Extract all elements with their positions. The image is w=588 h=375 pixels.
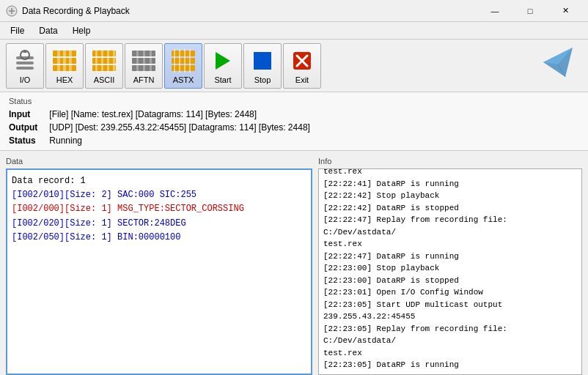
info-line: 239.255.43.22:45455 [323, 311, 577, 323]
info-line: [22:23:05] Replay from recording file: C… [323, 323, 577, 347]
toolbar-hex-label: HEX [56, 75, 73, 84]
status-section: Status Input [File] [Name: test.rex] [Da… [0, 92, 588, 151]
status-input-value: [File] [Name: test.rex] [Datagrams: 114]… [49, 109, 257, 119]
info-line: [22:23:01] Open I/O Config Window [323, 286, 577, 299]
svg-rect-24 [143, 49, 145, 73]
status-status-value: Running [49, 135, 82, 146]
svg-rect-25 [150, 49, 152, 73]
info-line: [22:22:47] Replay from recording file: C… [323, 214, 577, 238]
menu-data[interactable]: Data [32, 24, 65, 37]
stop-icon [249, 48, 276, 74]
info-line: [22:23:00] Stop playback [323, 262, 577, 275]
status-status-line: Status Running [9, 134, 579, 147]
maximize-button[interactable]: □ [513, 0, 547, 22]
toolbar-io-label: I/O [20, 75, 31, 84]
ascii-icon [91, 48, 117, 74]
aftn-icon [131, 48, 157, 74]
toolbar: I/O HEX [0, 40, 588, 92]
toolbar-astx-label: ASTX [173, 75, 194, 84]
astx-icon [170, 48, 196, 74]
data-panel: Data Data record: 1 [I002/010][Size: 2] … [6, 157, 312, 375]
menu-bar: File Data Help [0, 22, 588, 40]
data-line-3: [I002/020][Size: 1] SECTOR:248DEG [12, 217, 306, 231]
exit-icon [289, 48, 315, 74]
status-output-line: Output [UDP] [Dest: 239.255.43.22:45455]… [9, 121, 579, 134]
toolbar-stop-label: Stop [254, 75, 271, 84]
toolbar-hex-button[interactable]: HEX [45, 43, 84, 89]
svg-rect-4 [16, 62, 34, 64]
info-panel-title: Info [318, 157, 582, 166]
info-line: test.rex [323, 168, 577, 178]
toolbar-start-button[interactable]: Start [204, 43, 242, 89]
toolbar-io-button[interactable]: I/O [6, 43, 44, 89]
close-button[interactable]: ✕ [548, 0, 582, 22]
toolbar-astx-button[interactable]: ASTX [164, 43, 202, 89]
svg-marker-33 [216, 52, 230, 70]
info-line: [22:22:47] DataRP is running [323, 250, 577, 263]
toolbar-stop-button[interactable]: Stop [243, 43, 282, 89]
data-panel-title: Data [6, 157, 312, 166]
paper-plane-icon [540, 44, 576, 87]
info-line: [22:23:00] DataRP is stopped [323, 275, 577, 287]
svg-rect-17 [101, 49, 103, 73]
wrench-icon [12, 48, 38, 74]
data-record: Data record: 1 [12, 174, 306, 188]
app-icon [6, 5, 18, 17]
svg-rect-18 [107, 49, 109, 73]
info-line: [22:22:42] Stop playback [323, 190, 577, 202]
info-line: [22:23:05] DataRP is running [323, 359, 577, 371]
svg-rect-23 [136, 49, 139, 73]
info-content[interactable]: test.rex[22:22:41] DataRP is running[22:… [318, 168, 582, 375]
info-line: [22:22:41] DataRP is running [323, 178, 577, 190]
toolbar-start-label: Start [214, 75, 231, 84]
menu-file[interactable]: File [3, 24, 32, 37]
toolbar-exit-label: Exit [295, 75, 309, 84]
data-line-4: [I002/050][Size: 1] BIN:00000100 [12, 231, 306, 245]
status-section-title: Status [9, 97, 579, 105]
status-input-line: Input [File] [Name: test.rex] [Datagrams… [9, 108, 579, 121]
minimize-button[interactable]: — [478, 0, 512, 22]
window-title: Data Recording & Playback [22, 6, 478, 16]
window-controls: — □ ✕ [478, 0, 582, 22]
toolbar-aftn-label: AFTN [133, 75, 155, 84]
status-output-value: [UDP] [Dest: 239.255.43.22:45455] [Datag… [49, 122, 310, 133]
data-line-1: [I002/010][Size: 2] SAC:000 SIC:255 [12, 188, 306, 202]
toolbar-ascii-label: ASCII [94, 75, 115, 84]
data-line-2: [I002/000][Size: 1] MSG_TYPE:SECTOR_CORS… [12, 202, 306, 216]
start-icon [210, 48, 236, 74]
svg-rect-34 [254, 52, 271, 70]
info-panel: Info test.rex[22:22:41] DataRP is runnin… [318, 157, 582, 375]
info-line: test.rex [323, 238, 577, 250]
svg-rect-11 [63, 49, 66, 73]
menu-help[interactable]: Help [65, 24, 98, 37]
info-line: [22:23:05] Start UDP multicast output [323, 299, 577, 311]
svg-rect-10 [57, 49, 60, 73]
svg-rect-19 [113, 49, 115, 73]
status-input-label: Input [9, 108, 47, 121]
svg-rect-16 [95, 49, 98, 73]
info-line: [22:22:42] DataRP is stopped [323, 202, 577, 215]
status-status-label: Status [9, 134, 47, 147]
main-content: Data Data record: 1 [I002/010][Size: 2] … [0, 151, 588, 375]
toolbar-ascii-button[interactable]: ASCII [85, 43, 123, 89]
data-content[interactable]: Data record: 1 [I002/010][Size: 2] SAC:0… [6, 168, 312, 375]
svg-rect-12 [69, 49, 72, 73]
info-line: test.rex [323, 347, 577, 360]
title-bar: Data Recording & Playback — □ ✕ [0, 0, 588, 22]
status-output-label: Output [9, 121, 47, 134]
svg-rect-5 [16, 67, 34, 70]
hex-icon [51, 48, 78, 74]
toolbar-exit-button[interactable]: Exit [283, 43, 321, 89]
toolbar-aftn-button[interactable]: AFTN [125, 43, 163, 89]
